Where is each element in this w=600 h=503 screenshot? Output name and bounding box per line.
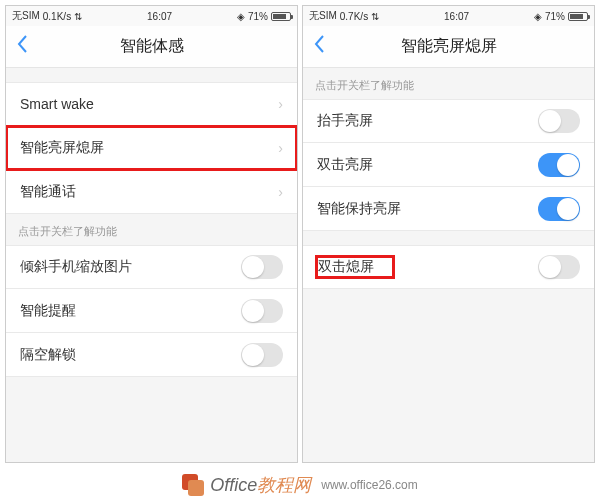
row-label: Smart wake — [20, 96, 94, 112]
toggle-switch[interactable] — [241, 255, 283, 279]
settings-row[interactable]: 隔空解锁 — [6, 333, 297, 377]
toggle-knob — [242, 256, 264, 278]
settings-row[interactable]: 智能亮屏熄屏› — [6, 126, 297, 170]
row-label: 智能通话 — [20, 183, 76, 201]
brand-text-2: 教程网 — [257, 475, 311, 495]
status-bar: 无SIM 0.1K/s ⇅ 16:07 ◈ 71% — [6, 6, 297, 26]
row-label: 倾斜手机缩放图片 — [20, 258, 132, 276]
nav-bar: 智能亮屏熄屏 — [303, 26, 594, 68]
content-area: 点击开关栏了解功能 抬手亮屏双击亮屏智能保持亮屏 双击熄屏 — [303, 68, 594, 462]
battery-icon — [271, 12, 291, 21]
sim-status: 无SIM — [12, 9, 40, 23]
wifi-icon: ◈ — [534, 11, 542, 22]
toggle-switch[interactable] — [538, 255, 580, 279]
row-label: 智能提醒 — [20, 302, 76, 320]
page-title: 智能亮屏熄屏 — [303, 36, 594, 57]
upload-icon: ⇅ — [371, 11, 379, 22]
brand-url: www.office26.com — [321, 478, 418, 492]
toggle-switch[interactable] — [538, 197, 580, 221]
toggle-switch[interactable] — [538, 109, 580, 133]
net-speed: 0.7K/s — [340, 11, 368, 22]
toggle-knob — [242, 300, 264, 322]
settings-row[interactable]: 抬手亮屏 — [303, 99, 594, 143]
battery-pct: 71% — [545, 11, 565, 22]
clock: 16:07 — [147, 11, 172, 22]
toggle-knob — [539, 256, 561, 278]
settings-row[interactable]: 倾斜手机缩放图片 — [6, 245, 297, 289]
chevron-left-icon — [16, 34, 28, 54]
row-label: 智能保持亮屏 — [317, 200, 401, 218]
wifi-icon: ◈ — [237, 11, 245, 22]
toggle-switch[interactable] — [538, 153, 580, 177]
toggle-knob — [539, 110, 561, 132]
status-bar: 无SIM 0.7K/s ⇅ 16:07 ◈ 71% — [303, 6, 594, 26]
back-button[interactable] — [16, 34, 28, 59]
chevron-right-icon: › — [278, 140, 283, 156]
net-speed: 0.1K/s — [43, 11, 71, 22]
settings-row[interactable]: Smart wake› — [6, 82, 297, 126]
row-label: 双击熄屏 — [317, 255, 395, 279]
toggle-switch[interactable] — [241, 343, 283, 367]
settings-row[interactable]: 智能保持亮屏 — [303, 187, 594, 231]
settings-row[interactable]: 智能通话› — [6, 170, 297, 214]
settings-row[interactable]: 双击熄屏 — [303, 245, 594, 289]
brand-text-1: Office — [210, 475, 257, 495]
phone-left: 无SIM 0.1K/s ⇅ 16:07 ◈ 71% 智能体感 Smart wak… — [5, 5, 298, 463]
section-header: 点击开关栏了解功能 — [6, 214, 297, 245]
settings-row[interactable]: 双击亮屏 — [303, 143, 594, 187]
upload-icon: ⇅ — [74, 11, 82, 22]
phone-right: 无SIM 0.7K/s ⇅ 16:07 ◈ 71% 智能亮屏熄屏 点击开关栏了解… — [302, 5, 595, 463]
back-button[interactable] — [313, 34, 325, 59]
nav-bar: 智能体感 — [6, 26, 297, 68]
row-label: 双击亮屏 — [317, 156, 373, 174]
sim-status: 无SIM — [309, 9, 337, 23]
row-label: 智能亮屏熄屏 — [20, 139, 104, 157]
settings-row[interactable]: 智能提醒 — [6, 289, 297, 333]
battery-icon — [568, 12, 588, 21]
chevron-right-icon: › — [278, 184, 283, 200]
clock: 16:07 — [444, 11, 469, 22]
chevron-right-icon: › — [278, 96, 283, 112]
row-label: 隔空解锁 — [20, 346, 76, 364]
watermark: Office教程网 www.office26.com — [0, 473, 600, 497]
row-label: 抬手亮屏 — [317, 112, 373, 130]
content-area: Smart wake›智能亮屏熄屏›智能通话› 点击开关栏了解功能 倾斜手机缩放… — [6, 68, 297, 462]
toggle-knob — [242, 344, 264, 366]
chevron-left-icon — [313, 34, 325, 54]
section-header: 点击开关栏了解功能 — [303, 68, 594, 99]
toggle-knob — [557, 198, 579, 220]
page-title: 智能体感 — [6, 36, 297, 57]
toggle-switch[interactable] — [241, 299, 283, 323]
battery-pct: 71% — [248, 11, 268, 22]
toggle-knob — [557, 154, 579, 176]
logo-icon — [182, 474, 204, 496]
